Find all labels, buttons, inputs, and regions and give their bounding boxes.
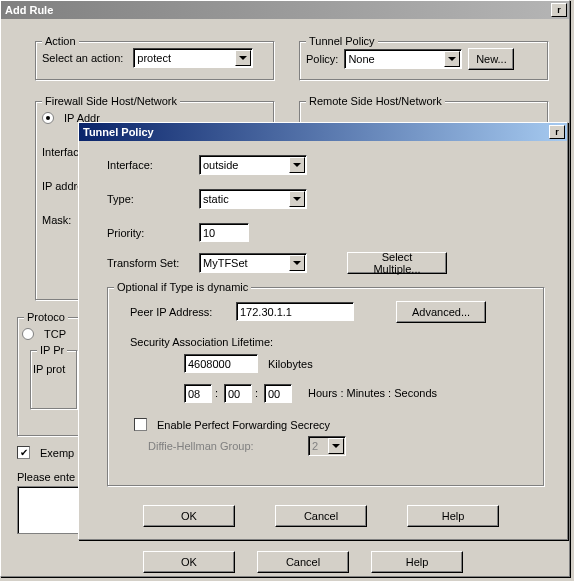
pfs-checkbox[interactable] xyxy=(134,418,147,431)
dh-label: Diffie-Hellman Group: xyxy=(148,440,254,452)
main-help-button[interactable]: Help xyxy=(371,551,463,573)
chevron-down-icon[interactable] xyxy=(235,50,251,66)
advanced-button[interactable]: Advanced... xyxy=(396,301,486,323)
new-button[interactable]: New... xyxy=(468,48,514,70)
select-multiple-button[interactable]: Select Multiple... xyxy=(347,252,447,274)
policy-label: Policy: xyxy=(306,53,338,65)
sal-bytes-input[interactable] xyxy=(184,354,258,373)
mask-label: Mask: xyxy=(42,214,71,226)
tunnel-policy-title: Tunnel Policy xyxy=(83,126,154,138)
chevron-down-icon[interactable] xyxy=(289,191,305,207)
action-value: protect xyxy=(137,52,171,64)
tp-interface-combo[interactable]: outside xyxy=(199,155,307,175)
optional-fieldset: Optional if Type is dynamic Peer IP Addr… xyxy=(107,287,545,487)
tp-interface-label: Interface: xyxy=(107,159,153,171)
action-combo[interactable]: protect xyxy=(133,48,253,68)
protocol-legend: Protoco xyxy=(24,311,68,323)
pfs-label: Enable Perfect Forwarding Secrecy xyxy=(157,419,330,431)
ip-protocol-legend: IP Pr xyxy=(37,344,67,356)
tp-priority-label: Priority: xyxy=(107,227,144,239)
dh-value: 2 xyxy=(312,440,318,452)
tp-transform-label: Transform Set: xyxy=(107,257,179,269)
tunnel-policy-dialog: Tunnel Policy r Interface: outside Type:… xyxy=(78,122,568,540)
please-enter-label: Please ente xyxy=(17,471,75,483)
firewall-side-legend: Firewall Side Host/Network xyxy=(42,95,180,107)
seconds-input[interactable] xyxy=(264,384,292,403)
ip-protocol-fieldset: IP Pr IP prot xyxy=(30,350,78,410)
policy-combo[interactable]: None xyxy=(344,49,462,69)
tp-type-label: Type: xyxy=(107,193,134,205)
add-rule-title: Add Rule xyxy=(5,4,53,16)
action-fieldset: Action Select an action: protect xyxy=(35,41,275,81)
chevron-down-icon[interactable] xyxy=(444,51,460,67)
tp-interface-value: outside xyxy=(203,159,238,171)
peer-ip-input[interactable] xyxy=(236,302,354,321)
hours-input[interactable] xyxy=(184,384,212,403)
chevron-down-icon xyxy=(328,438,344,454)
tcp-radio[interactable] xyxy=(22,328,34,340)
peer-ip-label: Peer IP Address: xyxy=(130,306,212,318)
close-icon[interactable]: r xyxy=(549,125,565,139)
tp-cancel-button[interactable]: Cancel xyxy=(275,505,367,527)
tp-type-value: static xyxy=(203,193,229,205)
tunnel-policy-fieldset: Tunnel Policy Policy: None New... xyxy=(299,41,549,81)
exempt-label: Exemp xyxy=(40,447,74,459)
protocol-fieldset: Protoco TCP IP Pr IP prot xyxy=(17,317,83,437)
remote-side-legend: Remote Side Host/Network xyxy=(306,95,445,107)
tp-help-button[interactable]: Help xyxy=(407,505,499,527)
tcp-radio-label: TCP xyxy=(44,328,66,340)
ip-protocol-label: IP prot xyxy=(33,363,65,375)
tp-ok-button[interactable]: OK xyxy=(143,505,235,527)
tp-priority-input[interactable] xyxy=(199,223,249,242)
hms-label: Hours : Minutes : Seconds xyxy=(308,387,437,399)
tunnel-policy-titlebar: Tunnel Policy r xyxy=(79,123,567,141)
optional-legend: Optional if Type is dynamic xyxy=(114,281,251,293)
ip-addr-radio[interactable] xyxy=(42,112,54,124)
sal-label: Security Association Lifetime: xyxy=(130,336,273,348)
add-rule-titlebar: Add Rule r xyxy=(1,1,569,19)
chevron-down-icon[interactable] xyxy=(289,157,305,173)
exempt-checkbox[interactable]: ✔ xyxy=(17,446,30,459)
kilobytes-label: Kilobytes xyxy=(268,358,313,370)
select-action-label: Select an action: xyxy=(42,52,123,64)
policy-value: None xyxy=(348,53,374,65)
tp-transform-value: MyTFSet xyxy=(203,257,248,269)
action-legend: Action xyxy=(42,35,79,47)
main-cancel-button[interactable]: Cancel xyxy=(257,551,349,573)
minutes-input[interactable] xyxy=(224,384,252,403)
text-area[interactable] xyxy=(17,486,79,534)
chevron-down-icon[interactable] xyxy=(289,255,305,271)
main-ok-button[interactable]: OK xyxy=(143,551,235,573)
tp-transform-combo[interactable]: MyTFSet xyxy=(199,253,307,273)
close-icon[interactable]: r xyxy=(551,3,567,17)
dh-combo: 2 xyxy=(308,436,346,456)
tunnel-policy-legend: Tunnel Policy xyxy=(306,35,378,47)
tp-type-combo[interactable]: static xyxy=(199,189,307,209)
